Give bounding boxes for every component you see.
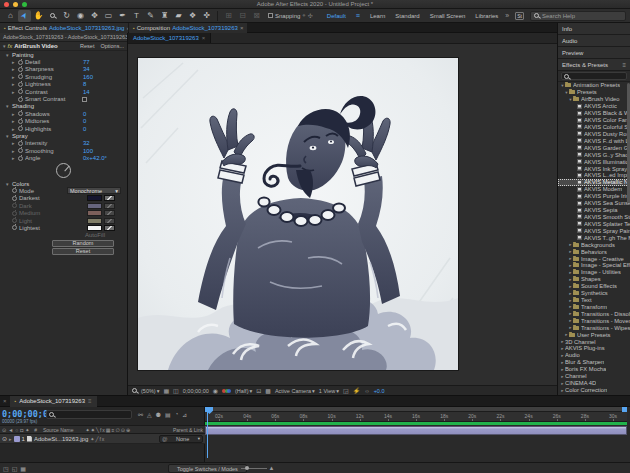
stopwatch-icon[interactable]	[18, 111, 23, 116]
panel-menu-icon[interactable]: ≡	[622, 62, 626, 68]
stopwatch-icon[interactable]	[18, 97, 23, 102]
param-angle[interactable]: ▸Angle0x+42.0°	[0, 154, 127, 161]
expand-transfer-controls-icon[interactable]: ◱	[12, 465, 18, 472]
audio-panel-bar[interactable]: Audio	[558, 35, 630, 47]
color-swatch[interactable]	[87, 195, 102, 201]
preset-akvis-ink-spray[interactable]: AKVIS Ink Spray	[558, 165, 630, 172]
expand-inout-icon[interactable]: ▦	[20, 465, 26, 472]
panel-menu-icon[interactable]: ≡	[88, 398, 92, 404]
brush-tool[interactable]: ✎	[144, 10, 157, 22]
effect-header-row[interactable]: ▾ fx AirBrush Video Reset Options...	[0, 42, 127, 51]
layer-row[interactable]: ⊙ ▸ 1 AdobeSt...19263.jpg ✦╱fx @ None ▾	[0, 434, 205, 444]
param-value[interactable]: 0	[83, 111, 127, 117]
preview-panel-bar[interactable]: Preview	[558, 47, 630, 59]
tree-airbrush-video[interactable]: ▾AirBrush Video	[558, 96, 630, 103]
effects-search-input[interactable]	[561, 72, 627, 80]
param-group-painting[interactable]: ▾Painting	[0, 51, 127, 58]
channel-icon[interactable]	[222, 388, 231, 394]
motion-blur-icon[interactable]: ◔	[175, 411, 179, 418]
param-detail[interactable]: ▸Detail77	[0, 58, 127, 65]
stopwatch-icon[interactable]	[18, 156, 23, 161]
search-help-field[interactable]: Search Help	[530, 11, 626, 21]
color-darkest[interactable]: Darkest	[0, 195, 127, 202]
color-lightest[interactable]: Lightest	[0, 224, 127, 231]
param-group-spray[interactable]: ▾Spray	[0, 132, 127, 139]
pan-behind-tool[interactable]: ✥	[88, 10, 101, 22]
home-tool[interactable]: ⌂	[4, 10, 17, 22]
tree-transitions-dissolves[interactable]: ▸Transitions - Dissolves	[558, 310, 630, 317]
tree-blur-sharpen[interactable]: ▸Blur & Sharpen	[558, 359, 630, 366]
param-value[interactable]: 77	[83, 59, 127, 65]
preset-akvis-sea-sunset[interactable]: AKVIS Sea Sunset	[558, 200, 630, 207]
tree-backgrounds[interactable]: ▸Backgrounds	[558, 241, 630, 248]
graph-editor-icon[interactable]: ⊿	[182, 411, 187, 418]
close-tab-icon[interactable]: ×	[202, 35, 206, 41]
tree-transitions-wipes[interactable]: ▸Transitions - Wipes	[558, 324, 630, 331]
chevron-down-icon[interactable]: ▾	[3, 43, 6, 49]
param-value[interactable]: 0	[83, 118, 127, 124]
param-value[interactable]: 32	[83, 140, 127, 146]
shy-layers-icon[interactable]: ⚉	[156, 411, 161, 418]
preset-akvis-splatter-texture[interactable]: AKVIS Splatter Texture	[558, 220, 630, 227]
layer-name[interactable]: AdobeSt...19263.jpg	[34, 436, 88, 442]
workspace-standard[interactable]: Standard	[395, 13, 419, 19]
tree-animation-presets[interactable]: ▾Animation Presets	[558, 82, 630, 89]
parent-link-column-label[interactable]: Parent & Link	[173, 427, 203, 433]
workspace-menu-icon[interactable]: ≡	[356, 12, 360, 19]
view-layout-dropdown[interactable]: 1 View▾	[319, 388, 339, 394]
puppet-pin-tool[interactable]: ✜	[200, 10, 213, 22]
magnifier-icon[interactable]	[132, 388, 137, 394]
composition-viewer[interactable]	[128, 44, 557, 385]
param-contrast[interactable]: ▸Contrast14	[0, 88, 127, 95]
param-smudging[interactable]: ▸Smudging160	[0, 73, 127, 80]
camera-tool[interactable]: ◉	[74, 10, 87, 22]
workspace-default[interactable]: Default	[327, 13, 346, 19]
stopwatch-icon[interactable]	[18, 82, 23, 87]
source-name-column-label[interactable]: Source Name	[43, 427, 74, 433]
preset-akvis-purple-iris[interactable]: AKVIS Purple Iris	[558, 193, 630, 200]
tree-channel[interactable]: ▸Channel	[558, 373, 630, 380]
preset-akvis-metallic-navy[interactable]: AKVIS Metallic Navy	[558, 179, 630, 186]
info-panel-bar[interactable]: Info	[558, 23, 630, 35]
frame-blending-icon[interactable]: ▤	[165, 411, 171, 418]
reset-exposure-icon[interactable]: ☼	[364, 388, 370, 394]
stopwatch-icon[interactable]	[18, 141, 23, 146]
color-swatch[interactable]	[87, 225, 102, 231]
stopwatch-icon[interactable]	[18, 126, 23, 131]
workspace-small-screen[interactable]: Small Screen	[430, 13, 466, 19]
magnification-dropdown[interactable]: (50%)▾	[141, 388, 159, 394]
stopwatch-icon[interactable]	[12, 188, 17, 193]
viewer-tab[interactable]: AdobeStock_107319263 ×	[128, 33, 211, 43]
tree-image-special-effects[interactable]: ▸Image - Special Effects	[558, 262, 630, 269]
workspace-learn[interactable]: Learn	[370, 13, 385, 19]
stopwatch-icon[interactable]	[12, 225, 17, 230]
close-panel-icon[interactable]: ×	[3, 398, 7, 404]
selection-tool[interactable]: ➤	[18, 10, 31, 22]
preset-akvis-g-y-shadows[interactable]: AKVIS G..y Shadows	[558, 151, 630, 158]
param-group-shading[interactable]: ▾Shading	[0, 103, 127, 110]
param-value[interactable]: 100	[83, 148, 127, 154]
param-value[interactable]: 34	[83, 66, 127, 72]
tree-image-utilities[interactable]: ▸Image - Utilities	[558, 269, 630, 276]
pickwhip-icon[interactable]: @	[162, 436, 168, 442]
param-highlights[interactable]: ▸Highlights0	[0, 125, 127, 132]
reset-colors-button[interactable]: Reset	[52, 248, 114, 255]
workspace-overflow-icon[interactable]: »	[505, 12, 509, 19]
layer-duration-bar[interactable]	[205, 426, 627, 435]
param-value[interactable]: 160	[83, 74, 127, 80]
composition-flowchart-icon[interactable]: ⚯	[138, 411, 143, 418]
tree-user-presets[interactable]: ▸User Presets	[558, 331, 630, 338]
tree-audio[interactable]: ▸Audio	[558, 352, 630, 359]
timeline-track-area[interactable]: 02s04s06s08s10s12s14s16s18s20s22s24s26s2…	[205, 407, 630, 462]
eyedropper-icon[interactable]	[104, 195, 115, 201]
stopwatch-icon[interactable]	[18, 89, 23, 94]
stopwatch-icon[interactable]	[18, 60, 23, 65]
parent-link-dropdown[interactable]: @ None ▾	[159, 435, 203, 443]
preset-akvis-garden-green[interactable]: AKVIS Garden Green	[558, 144, 630, 151]
zoom-slider[interactable]	[241, 468, 267, 469]
options-link[interactable]: Options...	[100, 43, 124, 49]
preset-akvis-black-white[interactable]: AKVIS Black & White	[558, 110, 630, 117]
layer-label-chip[interactable]	[14, 436, 20, 442]
param-sharpness[interactable]: ▸Sharpness34	[0, 66, 127, 73]
preset-akvis-arctic[interactable]: AKVIS Arctic	[558, 103, 630, 110]
